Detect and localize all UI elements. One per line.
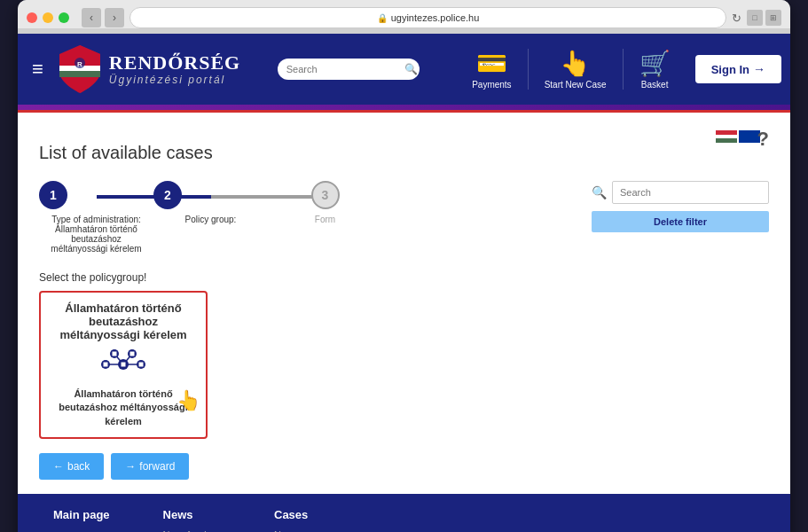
logo-area: R RENDŐRSÉG Ügyintézési portál [58,43,240,95]
step-3-label: Form [315,215,335,224]
back-arrow-icon: ← [53,460,64,473]
sidebar-right: ? 🔍 Delete filter [592,181,769,480]
search-area: 🔍 [249,59,447,80]
minimize-button[interactable] [43,12,53,23]
select-policygroup-label: Select the policygroup! [39,271,577,284]
sign-in-button[interactable]: Sign In → [695,55,781,83]
sidebar-search-row: 🔍 [592,181,769,204]
policy-card-title: Államhatáron történő beutazáshoz méltány… [50,301,197,341]
footer-news-item-1[interactable]: Newsfeed [163,527,221,532]
address-bar[interactable]: 🔒 ugyintezes.police.hu [129,7,726,28]
nav-icons: 💳 Payments 👆 Start New Case 🛒 Basket [456,49,686,90]
footer-col-cases: Cases New case Payment [274,508,317,532]
back-nav-button[interactable]: ‹ [82,8,101,27]
step-1: 1 Type of administration: Államhatáron t… [39,181,153,254]
forward-button[interactable]: → forward [111,453,189,480]
forward-arrow-icon: → [125,460,136,473]
maximize-button[interactable] [59,12,69,23]
basket-nav-item[interactable]: 🛒 Basket [623,49,686,90]
svg-rect-18 [121,362,126,367]
main-search-input[interactable] [278,59,420,80]
back-label: back [67,460,90,473]
svg-rect-15 [138,362,144,367]
reload-button[interactable]: ↻ [732,12,741,25]
search-icon: 🔍 [404,63,418,75]
hungarian-flag[interactable] [716,130,737,143]
logo-shield-icon: R [58,43,102,95]
steps-wrapper: 1 Type of administration: Államhatáron t… [39,181,577,254]
policy-card[interactable]: Államhatáron történő beutazáshoz méltány… [39,291,208,439]
footer: Main page News Newsfeed Further maps Cas… [18,494,790,532]
logo-title: RENDŐRSÉG [109,52,240,74]
logo-subtitle: Ügyintézési portál [109,74,240,86]
step-3-circle: 3 [311,181,340,209]
policy-card-icon-area [50,348,197,380]
step-2-line [211,195,326,199]
main-left-panel: 1 Type of administration: Államhatáron t… [39,181,577,480]
step-1-circle: 1 [39,181,67,209]
sign-in-label: Sign In [711,63,749,76]
step-2: 2 Policy group: [153,181,268,224]
sidebar-search-input[interactable] [612,181,769,204]
start-new-case-label: Start New Case [545,80,607,90]
footer-cases-item-1[interactable]: New case [274,527,317,532]
step-3: 3 Form [268,181,382,224]
svg-rect-14 [103,362,108,367]
forward-label: forward [139,460,175,473]
win-ctrl-1[interactable]: □ [747,10,763,26]
basket-icon: 🛒 [639,49,671,78]
sign-in-arrow-icon: → [753,62,765,76]
steps-container: 1 Type of administration: Államhatáron t… [39,181,577,254]
url-text: ugyintezes.police.hu [391,12,480,23]
navigation-buttons: ← back → forward [39,453,577,480]
payments-nav-item[interactable]: 💳 Payments [456,49,527,90]
forward-nav-button[interactable]: › [105,8,124,27]
hamburger-menu[interactable]: ≡ [27,52,49,86]
new-case-icon: 👆 [560,49,591,78]
delete-filter-button[interactable]: Delete filter [592,211,769,232]
svg-rect-17 [129,351,135,356]
help-icon[interactable]: ? [757,128,769,151]
close-button[interactable] [27,12,37,23]
flag-area [39,127,769,143]
footer-col-main: Main page [53,508,110,532]
sidebar-search-icon: 🔍 [592,185,607,200]
svg-rect-2 [59,71,100,77]
footer-col-news: News Newsfeed Further maps [163,508,221,532]
step-2-label: Policy group: [185,215,237,224]
win-ctrl-2[interactable]: ⊞ [765,10,781,26]
payments-icon: 💳 [476,49,507,78]
payments-label: Payments [472,80,511,90]
network-icon [97,348,150,380]
step-2-circle: 2 [153,181,182,209]
content-with-sidebar: 1 Type of administration: Államhatáron t… [39,181,769,480]
footer-main-title: Main page [53,508,110,521]
back-button[interactable]: ← back [39,453,104,480]
page-title: List of available cases [39,143,769,163]
step-1-label: Type of administration: Államhatáron tör… [43,215,150,254]
logo-text: RENDŐRSÉG Ügyintézési portál [109,52,240,86]
svg-text:R: R [77,60,82,68]
main-content: List of available cases 1 [18,113,790,494]
start-new-case-nav-item[interactable]: 👆 Start New Case [528,49,623,90]
top-navigation: ≡ R RENDŐRSÉG Ügyintézési portál [18,34,790,105]
footer-cases-title: Cases [274,508,317,521]
policy-card-subtitle: Államhatáron történő beutazáshoz méltány… [50,387,197,428]
footer-news-title: News [163,508,221,521]
svg-rect-16 [112,351,117,356]
basket-label: Basket [641,80,669,90]
